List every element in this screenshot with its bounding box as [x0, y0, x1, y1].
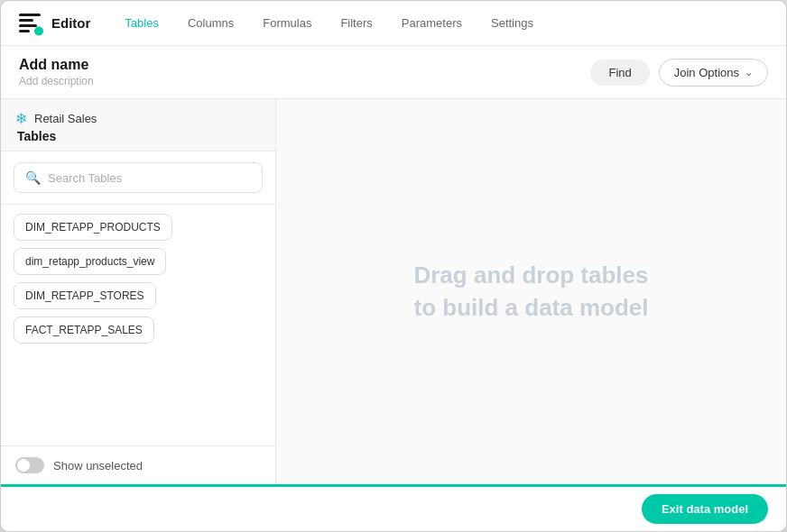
search-input-wrapper[interactable]: 🔍 — [14, 162, 263, 193]
svg-rect-1 — [19, 19, 33, 22]
show-unselected-toggle[interactable] — [15, 457, 44, 473]
table-item[interactable]: DIM_RETAPP_STORES — [14, 282, 156, 309]
search-bar: 🔍 — [1, 151, 275, 205]
app-title: Editor — [51, 15, 90, 31]
header-bar: Add name Add description Find Join Optio… — [1, 46, 786, 99]
datasource-row: ❄ Retail Sales — [15, 110, 261, 127]
svg-rect-2 — [19, 24, 37, 27]
tables-label: Tables — [15, 129, 261, 143]
table-item[interactable]: DIM_RETAPP_PRODUCTS — [14, 214, 172, 241]
drop-hint-line2: to build a data model — [413, 292, 648, 324]
find-button[interactable]: Find — [590, 60, 649, 86]
app-window: Editor Tables Columns Formulas Filters P… — [0, 0, 787, 532]
svg-point-4 — [34, 26, 43, 35]
join-options-button[interactable]: Join Options ⌄ — [659, 59, 768, 87]
search-icon: 🔍 — [25, 170, 41, 185]
left-panel: ❄ Retail Sales Tables 🔍 DIM_RETAPP_PRODU… — [1, 99, 276, 484]
exit-data-model-button[interactable]: Exit data model — [642, 494, 768, 524]
datasource-name: Retail Sales — [34, 112, 97, 125]
nav-tabs: Tables Columns Formulas Filters Paramete… — [112, 11, 546, 35]
bottom-bar: Exit data model — [1, 484, 786, 531]
header-actions: Find Join Options ⌄ — [590, 59, 768, 87]
nav-tab-parameters[interactable]: Parameters — [389, 11, 475, 35]
datasource-header: ❄ Retail Sales Tables — [1, 99, 275, 151]
svg-rect-3 — [19, 30, 30, 32]
drop-hint-line1: Drag and drop tables — [413, 260, 648, 291]
logo-icon — [15, 9, 44, 38]
nav-tab-settings[interactable]: Settings — [478, 11, 546, 35]
nav-tab-filters[interactable]: Filters — [328, 11, 384, 35]
show-unselected-row: Show unselected — [1, 445, 275, 484]
report-description[interactable]: Add description — [19, 75, 94, 87]
report-title[interactable]: Add name — [19, 57, 94, 73]
svg-rect-0 — [19, 14, 41, 16]
main-content: ❄ Retail Sales Tables 🔍 DIM_RETAPP_PRODU… — [1, 99, 786, 484]
snowflake-icon: ❄ — [15, 110, 27, 127]
join-options-label: Join Options — [674, 66, 739, 79]
search-input[interactable] — [48, 171, 251, 185]
canvas-panel[interactable]: Drag and drop tables to build a data mod… — [276, 99, 786, 484]
nav-tab-columns[interactable]: Columns — [175, 11, 246, 35]
header-left: Add name Add description — [19, 57, 94, 87]
tables-list: DIM_RETAPP_PRODUCTS dim_retapp_products_… — [1, 205, 275, 445]
drop-hint: Drag and drop tables to build a data mod… — [413, 260, 648, 323]
table-item[interactable]: FACT_RETAPP_SALES — [14, 316, 154, 344]
table-item[interactable]: dim_retapp_products_view — [14, 248, 166, 275]
top-nav: Editor Tables Columns Formulas Filters P… — [1, 1, 786, 46]
nav-tab-formulas[interactable]: Formulas — [250, 11, 324, 35]
show-unselected-label: Show unselected — [53, 459, 143, 472]
chevron-down-icon: ⌄ — [745, 67, 753, 78]
nav-tab-tables[interactable]: Tables — [112, 11, 171, 35]
logo: Editor — [15, 9, 90, 38]
